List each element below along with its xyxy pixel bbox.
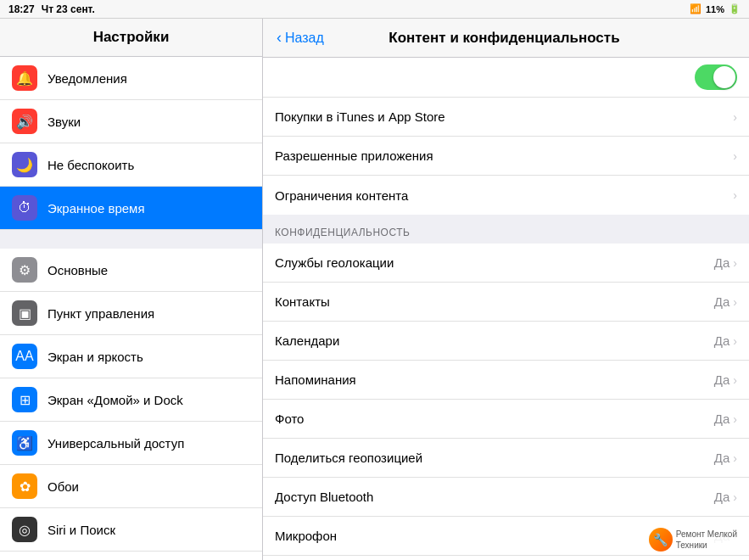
privacy-row-right-reminders: Да› bbox=[714, 372, 737, 387]
settings-row-itunes[interactable]: Покупки в iTunes и App Store› bbox=[263, 98, 749, 137]
privacy-row-value-bluetooth: Да bbox=[714, 490, 730, 504]
sidebar-item-label-siri: Siri и Поиск bbox=[48, 523, 115, 537]
sidebar-header: Настройки bbox=[0, 19, 262, 57]
right-header: ‹ Назад Контент и конфиденциальность bbox=[263, 19, 749, 58]
sounds-icon: 🔊 bbox=[12, 109, 37, 134]
privacy-row-label-microphone: Микрофон bbox=[275, 529, 337, 543]
back-chevron-icon: ‹ bbox=[277, 29, 282, 47]
privacy-row-location[interactable]: Службы геолокацииДа› bbox=[263, 244, 749, 283]
sidebar-item-donotdisturb[interactable]: 🌙Не беспокоить bbox=[0, 143, 262, 187]
battery-level: 11% bbox=[706, 4, 724, 14]
sidebar-item-label-donotdisturb: Не беспокоить bbox=[48, 158, 134, 172]
privacy-row-label-reminders: Напоминания bbox=[275, 372, 356, 387]
sidebar-item-wallpaper[interactable]: ✿Обои bbox=[0, 465, 262, 508]
privacy-row-label-photos: Фото bbox=[275, 412, 304, 426]
privacy-row-right-sharelocation: Да› bbox=[714, 451, 737, 465]
content-privacy-toggle[interactable] bbox=[695, 64, 737, 90]
chevron-right-icon-sharelocation: › bbox=[733, 451, 737, 465]
privacy-row-calendars[interactable]: КалендариДа› bbox=[263, 322, 749, 361]
notifications-icon: 🔔 bbox=[12, 65, 37, 91]
privacy-row-value-contacts: Да bbox=[714, 294, 730, 309]
watermark-icon: 🔧 bbox=[649, 528, 673, 552]
privacy-row-photos[interactable]: ФотоДа› bbox=[263, 400, 749, 439]
sidebar-item-applepencil[interactable]: ✏Apple Pencil bbox=[0, 552, 262, 560]
chevron-right-icon-allowedapps: › bbox=[733, 149, 737, 163]
chevron-right-icon-location: › bbox=[733, 256, 737, 270]
controlcenter-icon: ▣ bbox=[12, 300, 37, 326]
chevron-right-icon-reminders: › bbox=[733, 373, 737, 387]
status-right: 📶 11% 🔋 bbox=[690, 3, 741, 14]
sidebar-item-accessibility[interactable]: ♿Универсальный доступ bbox=[0, 422, 262, 465]
privacy-row-right-contacts: Да› bbox=[714, 294, 737, 309]
sidebar-item-display[interactable]: AAЭкран и яркость bbox=[0, 335, 262, 378]
chevron-right-icon-contacts: › bbox=[733, 295, 737, 309]
sidebar-item-label-accessibility: Универсальный доступ bbox=[48, 436, 184, 451]
sidebar-item-screentime[interactable]: ⏱Экранное время bbox=[0, 187, 262, 230]
screentime-icon: ⏱ bbox=[12, 195, 37, 221]
status-day: Чт 23 сент. bbox=[42, 3, 95, 15]
sidebar-item-label-screentime: Экранное время bbox=[48, 201, 145, 216]
privacy-row-label-location: Службы геолокации bbox=[275, 255, 394, 270]
sidebar-item-notifications[interactable]: 🔔Уведомления bbox=[0, 57, 262, 100]
row-right-allowedapps: › bbox=[733, 149, 737, 163]
general-icon: ⚙ bbox=[12, 257, 37, 283]
privacy-row-bluetooth[interactable]: Доступ BluetoothДа› bbox=[263, 478, 749, 517]
row-right-itunes: › bbox=[733, 110, 737, 124]
sidebar-item-label-controlcenter: Пункт управления bbox=[48, 306, 154, 321]
privacy-row-label-calendars: Календари bbox=[275, 333, 339, 348]
content-privacy-toggle-row bbox=[263, 58, 749, 98]
privacy-row-right-location: Да› bbox=[714, 255, 737, 270]
status-time: 18:27 bbox=[8, 3, 35, 15]
privacy-row-value-reminders: Да bbox=[714, 372, 730, 387]
watermark: 🔧 Ремонт Мелкой Техники bbox=[642, 524, 744, 555]
privacy-row-sharelocation[interactable]: Поделиться геопозициейДа› bbox=[263, 439, 749, 478]
sidebar-item-homescreen[interactable]: ⊞Экран «Домой» и Dock bbox=[0, 378, 262, 422]
back-button[interactable]: ‹ Назад bbox=[277, 29, 324, 47]
sidebar-item-label-wallpaper: Обои bbox=[48, 479, 79, 494]
settings-row-allowedapps[interactable]: Разрешенные приложения› bbox=[263, 137, 749, 176]
status-bar: 18:27 Чт 23 сент. 📶 11% 🔋 bbox=[0, 0, 749, 19]
battery-icon: 🔋 bbox=[729, 3, 741, 14]
homescreen-icon: ⊞ bbox=[12, 387, 37, 412]
back-label: Назад bbox=[285, 31, 324, 46]
main-layout: Настройки 🔔Уведомления🔊Звуки🌙Не беспокои… bbox=[0, 19, 749, 560]
sidebar-item-general[interactable]: ⚙Основные bbox=[0, 249, 262, 292]
row-right-contentrestrictions: › bbox=[733, 188, 737, 202]
sidebar-list: 🔔Уведомления🔊Звуки🌙Не беспокоить⏱Экранно… bbox=[0, 57, 262, 560]
privacy-row-right-bluetooth: Да› bbox=[714, 490, 737, 504]
sidebar: Настройки 🔔Уведомления🔊Звуки🌙Не беспокои… bbox=[0, 19, 263, 560]
donotdisturb-icon: 🌙 bbox=[12, 152, 37, 177]
sidebar-gap bbox=[0, 230, 262, 249]
sidebar-item-siri[interactable]: ◎Siri и Поиск bbox=[0, 508, 262, 552]
wifi-icon: 📶 bbox=[690, 3, 701, 14]
settings-row-contentrestrictions[interactable]: Ограничения контента› bbox=[263, 176, 749, 215]
wallpaper-icon: ✿ bbox=[12, 473, 37, 499]
sidebar-item-label-homescreen: Экран «Домой» и Dock bbox=[48, 393, 183, 407]
sidebar-item-controlcenter[interactable]: ▣Пункт управления bbox=[0, 292, 262, 335]
page-title: Контент и конфиденциальность bbox=[324, 30, 685, 47]
privacy-row-speechrecognition[interactable]: Распознавание речи› bbox=[263, 556, 749, 560]
privacy-row-value-location: Да bbox=[714, 255, 730, 270]
display-icon: AA bbox=[12, 344, 37, 369]
sidebar-item-label-display: Экран и яркость bbox=[48, 350, 143, 364]
row-label-contentrestrictions: Ограничения контента bbox=[275, 188, 408, 203]
right-content: Покупки в iTunes и App Store›Разрешенные… bbox=[263, 58, 749, 560]
sidebar-item-sounds[interactable]: 🔊Звуки bbox=[0, 100, 262, 143]
privacy-row-label-bluetooth: Доступ Bluetooth bbox=[275, 490, 373, 504]
privacy-row-contacts[interactable]: КонтактыДа› bbox=[263, 283, 749, 322]
privacy-row-value-sharelocation: Да bbox=[714, 451, 730, 465]
chevron-right-icon-photos: › bbox=[733, 412, 737, 426]
privacy-row-label-contacts: Контакты bbox=[275, 294, 330, 309]
sidebar-item-label-sounds: Звуки bbox=[48, 115, 81, 129]
sidebar-title: Настройки bbox=[93, 29, 170, 45]
sidebar-item-label-general: Основные bbox=[48, 263, 108, 277]
row-label-itunes: Покупки в iTunes и App Store bbox=[275, 109, 445, 124]
privacy-settings-group: Службы геолокацииДа›КонтактыДа›Календари… bbox=[263, 244, 749, 560]
main-settings-group: Покупки в iTunes и App Store›Разрешенные… bbox=[263, 98, 749, 215]
chevron-right-icon-bluetooth: › bbox=[733, 490, 737, 504]
row-label-allowedapps: Разрешенные приложения bbox=[275, 148, 433, 163]
chevron-right-icon-itunes: › bbox=[733, 110, 737, 124]
privacy-row-reminders[interactable]: НапоминанияДа› bbox=[263, 361, 749, 400]
siri-icon: ◎ bbox=[12, 517, 37, 542]
privacy-row-value-photos: Да bbox=[714, 412, 730, 426]
